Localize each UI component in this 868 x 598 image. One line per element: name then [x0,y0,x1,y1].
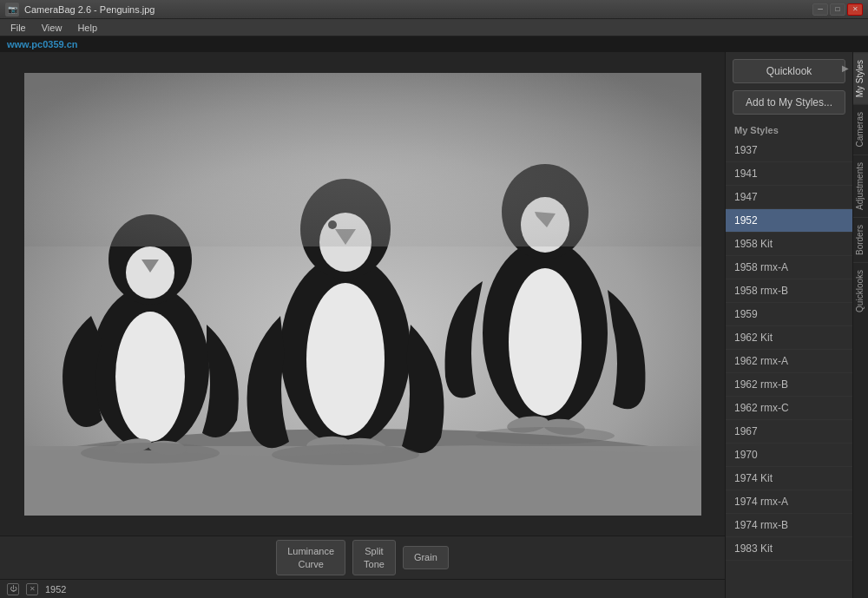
svg-rect-25 [24,73,701,246]
svg-point-24 [476,427,615,444]
panel-expand-arrow[interactable]: ▶ [840,59,851,76]
style-item-1974-rmx-B[interactable]: 1974 rmx-B [726,514,852,537]
style-item-1974-rmx-A[interactable]: 1974 rmx-A [726,490,852,514]
image-container [0,52,725,536]
style-item-1962-rmx-C[interactable]: 1962 rmx-C [726,397,852,420]
style-item-1952[interactable]: 1952 [726,209,852,233]
penguin-image [24,73,701,516]
image-area: Luminance Curve Split Tone Grain ⏻ ✕ 195… [0,52,725,598]
style-item-1967[interactable]: 1967 [726,420,852,444]
vtab-adjustments[interactable]: Adjustments [853,154,868,217]
panel-content: ▶ Quicklook Add to My Styles... My Style… [726,52,852,598]
svg-point-22 [81,443,220,463]
watermark-bar: www.pc0359.cn [0,36,868,52]
grain-button[interactable]: Grain [403,546,449,568]
my-styles-header: My Styles [726,122,852,139]
svg-point-17 [509,268,582,416]
vtab-my-styles[interactable]: My Styles [853,52,868,104]
style-item-1962-Kit[interactable]: 1962 Kit [726,326,852,350]
window-title: CameraBag 2.6 - Penguins.jpg [24,4,812,15]
main-layout: Luminance Curve Split Tone Grain ⏻ ✕ 195… [0,52,868,598]
maximize-button[interactable]: □ [830,3,845,16]
style-item-1941[interactable]: 1941 [726,162,852,186]
style-item-1962-rmx-A[interactable]: 1962 rmx-A [726,350,852,373]
style-item-1959[interactable]: 1959 [726,303,852,326]
style-item-1974-Kit[interactable]: 1974 Kit [726,467,852,490]
split-tone-button[interactable]: Split Tone [352,540,396,575]
styles-list: 19371941194719521958 Kit1958 rmx-A1958 r… [726,139,852,598]
window-controls: ─ □ ✕ [812,3,863,16]
luminance-curve-button[interactable]: Luminance Curve [276,540,345,575]
right-panel: ▶ Quicklook Add to My Styles... My Style… [725,52,868,598]
status-label: 1952 [45,584,66,595]
style-item-1983-Kit[interactable]: 1983 Kit [726,537,852,561]
status-bar: ⏻ ✕ 1952 [0,579,725,598]
style-item-1958-rmx-A[interactable]: 1958 rmx-A [726,256,852,279]
add-to-my-styles-button[interactable]: Add to My Styles... [733,90,845,115]
title-bar: 📷 CameraBag 2.6 - Penguins.jpg ─ □ ✕ [0,0,868,19]
style-item-1947[interactable]: 1947 [726,186,852,209]
menu-file[interactable]: File [3,21,33,35]
power-icon[interactable]: ⏻ [7,583,19,595]
quicklook-button[interactable]: Quicklook [733,59,845,83]
menu-view[interactable]: View [35,21,69,35]
style-item-1937[interactable]: 1937 [726,139,852,162]
svg-point-4 [115,312,185,442]
svg-point-23 [272,444,419,465]
watermark-text: www.pc0359.cn [7,39,78,49]
vtab-cameras[interactable]: Cameras [853,104,868,154]
svg-point-10 [306,283,385,436]
style-item-1958-rmx-B[interactable]: 1958 rmx-B [726,279,852,303]
close-small-icon[interactable]: ✕ [26,583,38,595]
style-item-1962-rmx-B[interactable]: 1962 rmx-B [726,373,852,397]
menu-bar: File View Help [0,19,868,36]
menu-help[interactable]: Help [70,21,104,35]
style-item-1970[interactable]: 1970 [726,444,852,467]
vtab-borders[interactable]: Borders [853,217,868,262]
minimize-button[interactable]: ─ [812,3,828,16]
app-icon: 📷 [5,3,19,16]
vtab-quicklooks[interactable]: Quicklooks [853,262,868,319]
vertical-tabs: My StylesCamerasAdjustmentsBordersQuickl… [852,52,868,598]
bottom-toolbar: Luminance Curve Split Tone Grain [0,536,725,579]
close-button[interactable]: ✕ [847,3,863,16]
style-item-1958-Kit[interactable]: 1958 Kit [726,233,852,256]
